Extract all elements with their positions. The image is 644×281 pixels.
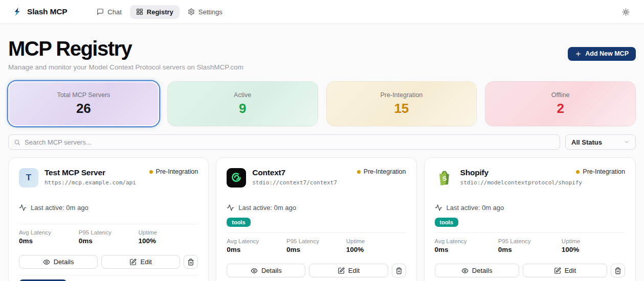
avg-latency-value: 0ms <box>435 246 498 253</box>
card-actions: Details Edit <box>19 255 198 269</box>
slash-mcp-logo-icon <box>12 7 23 17</box>
metrics-row: Avg Latency0ms P95 Latency0ms Uptime100% <box>19 229 198 245</box>
chevron-down-icon <box>624 139 630 145</box>
activity-icon <box>435 204 442 212</box>
page-header: MCP Registry Manage and monitor your Mod… <box>8 24 636 71</box>
search-box <box>8 134 560 150</box>
details-button[interactable]: Details <box>19 255 98 269</box>
page-title: MCP Registry <box>8 36 243 61</box>
activity-icon <box>227 204 234 212</box>
brand: Slash MCP <box>12 7 67 17</box>
server-url: stdio://context7/context7 <box>252 179 337 186</box>
search-row: All Status <box>8 134 636 150</box>
pen-icon <box>338 267 345 274</box>
last-active: Last active: 0m ago <box>227 204 406 212</box>
eye-icon <box>251 267 258 274</box>
trash-icon <box>614 267 621 274</box>
card-actions: Details Edit <box>435 264 625 277</box>
divider <box>19 224 198 224</box>
server-cards-grid: T Test MCP Server https://mcp.example.co… <box>8 157 636 281</box>
edit-button[interactable]: Edit <box>101 255 180 269</box>
uptime-value: 100% <box>562 246 625 253</box>
search-icon <box>14 139 20 146</box>
grid-icon <box>136 8 143 15</box>
metrics-row: Avg Latency0ms P95 Latency0ms Uptime100% <box>227 238 406 253</box>
server-url: https://mcp.example.com/api <box>45 179 136 186</box>
last-active: Last active: 0m ago <box>19 204 198 212</box>
svg-text:S: S <box>442 175 447 182</box>
nav-item-chat[interactable]: Chat <box>91 5 127 19</box>
search-input[interactable] <box>25 138 554 146</box>
card-actions: Details Edit <box>227 264 406 277</box>
tools-tag: tools <box>227 218 250 227</box>
stat-card-pre-integration[interactable]: Pre-Integration 15 <box>326 81 477 126</box>
stat-value-total: 26 <box>76 101 91 116</box>
brand-name: Slash MCP <box>27 7 67 16</box>
nav-item-settings[interactable]: Settings <box>182 5 229 19</box>
stat-card-total[interactable]: Total MCP Servers 26 <box>8 81 159 126</box>
server-name: Context7 <box>252 168 337 177</box>
add-new-mcp-button[interactable]: Add New MCP <box>568 47 636 61</box>
server-card-context7: Context7 stdio://context7/context7 Pre-I… <box>216 157 416 281</box>
activity-icon <box>19 204 27 212</box>
gear-icon <box>188 8 195 15</box>
server-card-test-mcp-server: T Test MCP Server https://mcp.example.co… <box>8 157 209 281</box>
server-url: stdio://modelcontextprotocol/shopify <box>460 179 570 186</box>
p95-latency-value: 0ms <box>79 237 139 245</box>
pen-icon <box>129 259 137 266</box>
uptime-value: 100% <box>346 246 406 253</box>
stats-row: Total MCP Servers 26 Active 9 Pre-Integr… <box>8 81 636 126</box>
edit-button[interactable]: Edit <box>523 264 607 277</box>
delete-button[interactable] <box>392 264 406 277</box>
delete-button[interactable] <box>184 255 198 269</box>
divider <box>435 232 625 233</box>
stat-value-offline: 2 <box>557 101 564 116</box>
trash-icon <box>187 259 194 266</box>
p95-latency-value: 0ms <box>286 246 346 253</box>
chat-icon <box>97 8 104 15</box>
page-subtitle: Manage and monitor your Model Context Pr… <box>8 63 243 71</box>
stat-value-active: 9 <box>239 101 246 116</box>
server-name: Test MCP Server <box>45 168 136 177</box>
uptime-value: 100% <box>139 237 198 245</box>
eye-icon <box>43 259 50 266</box>
pen-icon <box>554 267 561 274</box>
tags-row: tools <box>227 218 406 227</box>
status-dot-icon <box>576 170 580 174</box>
trash-icon <box>395 267 403 274</box>
status-badge: Pre-Integration <box>576 168 625 175</box>
top-nav: Slash MCP Chat Registry Settings <box>0 0 644 24</box>
stat-value-pre-integration: 15 <box>394 101 409 116</box>
metrics-row: Avg Latency0ms P95 Latency0ms Uptime100% <box>435 238 625 253</box>
plus-icon <box>575 51 582 57</box>
tags-row: tools <box>435 218 625 227</box>
theme-toggle-button[interactable] <box>620 6 632 18</box>
tools-tag: tools <box>435 218 458 227</box>
last-active: Last active: 0m ago <box>435 204 625 212</box>
server-name: Shopify <box>460 168 570 177</box>
context7-logo <box>227 168 246 188</box>
server-card-shopify: S Shopify stdio://modelcontextprotocol/s… <box>424 157 636 281</box>
details-button[interactable]: Details <box>227 264 305 277</box>
stat-card-active[interactable]: Active 9 <box>167 81 318 126</box>
eye-icon <box>461 267 469 274</box>
sun-icon <box>622 8 630 16</box>
status-badge: Pre-Integration <box>357 168 406 175</box>
status-dot-icon <box>149 170 153 174</box>
install-row: Install <box>19 275 198 281</box>
status-filter-select[interactable]: All Status <box>565 134 636 150</box>
server-avatar: T <box>19 168 38 188</box>
main-nav: Chat Registry Settings <box>91 5 228 19</box>
delete-button[interactable] <box>611 264 625 277</box>
details-button[interactable]: Details <box>435 264 519 277</box>
nav-item-registry[interactable]: Registry <box>130 5 180 19</box>
status-dot-icon <box>357 170 361 174</box>
shopify-logo: S <box>435 168 454 188</box>
divider <box>227 232 406 233</box>
p95-latency-value: 0ms <box>498 246 562 253</box>
status-badge: Pre-Integration <box>149 168 198 175</box>
edit-button[interactable]: Edit <box>309 264 388 277</box>
avg-latency-value: 0ms <box>19 237 79 245</box>
avg-latency-value: 0ms <box>227 246 286 253</box>
stat-card-offline[interactable]: Offline 2 <box>485 81 636 126</box>
